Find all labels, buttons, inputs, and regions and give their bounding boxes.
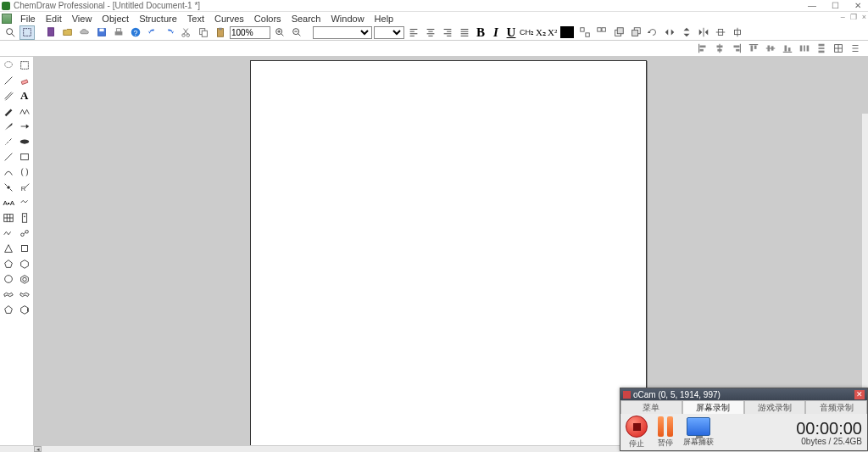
bold-button[interactable]: B <box>474 25 487 40</box>
orbital-tool[interactable] <box>17 134 33 149</box>
color-swatch[interactable] <box>560 26 574 38</box>
label-tool[interactable]: A•A <box>1 195 17 210</box>
chain-tool[interactable] <box>17 103 33 119</box>
distribute-h-button[interactable] <box>797 42 812 56</box>
bracket-tool[interactable] <box>17 165 33 180</box>
formula-tool[interactable] <box>17 195 33 210</box>
pen-tool[interactable] <box>1 103 17 119</box>
bond-tool[interactable] <box>1 73 17 88</box>
ocam-pause-button[interactable]: 暂停 <box>658 416 673 449</box>
ocam-titlebar[interactable]: oCam (0, 5, 1914, 997) ✕ <box>620 388 867 400</box>
save-button[interactable] <box>94 25 109 40</box>
menu-curves[interactable]: Curves <box>209 13 249 25</box>
maximize-button[interactable]: ☐ <box>832 1 839 10</box>
tlc-tool[interactable] <box>17 210 33 226</box>
cyclopentane-tool[interactable] <box>1 256 17 271</box>
list-button[interactable] <box>848 42 863 56</box>
center-h-button[interactable] <box>713 25 728 40</box>
mirror-button[interactable] <box>696 25 711 40</box>
benzene-tool[interactable] <box>17 271 33 287</box>
ocam-capture-button[interactable]: 屏幕捕获 <box>683 417 714 448</box>
cut-button[interactable] <box>179 25 194 40</box>
align-objects-middle-button[interactable] <box>763 42 778 56</box>
paste-button[interactable] <box>213 25 228 40</box>
marquee-tool[interactable] <box>17 58 33 73</box>
help-button[interactable]: ? <box>128 25 143 40</box>
table-tool[interactable] <box>1 210 17 226</box>
distribute-v-button[interactable] <box>814 42 829 56</box>
flip-v-button[interactable] <box>679 25 694 40</box>
ungroup-button[interactable] <box>594 25 609 40</box>
lasso-tool[interactable] <box>1 58 17 73</box>
eraser-tool[interactable] <box>17 73 33 88</box>
select-tool-button[interactable] <box>19 25 35 40</box>
pentagon-tool[interactable] <box>1 302 17 317</box>
bring-front-button[interactable] <box>611 25 626 40</box>
undo-button[interactable] <box>145 25 160 40</box>
rectangle-tool[interactable] <box>17 149 33 165</box>
menu-help[interactable]: Help <box>370 13 399 25</box>
redo-button[interactable] <box>162 25 177 40</box>
subscript-button[interactable]: X₂ <box>536 27 546 38</box>
doc-close-button[interactable]: × <box>862 13 866 21</box>
grid-button[interactable] <box>831 42 846 56</box>
ocam-tab-menu[interactable]: 菜单 <box>620 400 682 414</box>
menu-text[interactable]: Text <box>182 13 209 25</box>
print-button[interactable] <box>111 25 126 40</box>
align-right-button[interactable] <box>440 25 455 40</box>
flip-h-button[interactable] <box>662 25 677 40</box>
minimize-button[interactable]: — <box>808 1 816 10</box>
menu-edit[interactable]: Edit <box>41 13 67 25</box>
zoom-out-button[interactable] <box>289 25 304 40</box>
curve-tool[interactable] <box>1 165 17 180</box>
rotate-button[interactable] <box>645 25 660 40</box>
arrow-tool[interactable] <box>17 119 33 134</box>
chair-tool[interactable] <box>1 287 17 302</box>
menu-search[interactable]: Search <box>287 13 326 25</box>
menu-object[interactable]: Object <box>97 13 134 25</box>
doc-minimize-button[interactable]: – <box>841 13 845 21</box>
menu-structure[interactable]: Structure <box>134 13 182 25</box>
menu-view[interactable]: View <box>67 13 97 25</box>
zoom-combo[interactable] <box>230 26 270 39</box>
doc-restore-button[interactable]: ❐ <box>850 13 857 21</box>
menu-file[interactable]: File <box>15 13 41 25</box>
size-combo[interactable] <box>374 26 404 39</box>
underline-button[interactable]: U <box>504 25 518 40</box>
cloud-button[interactable] <box>77 25 92 40</box>
formula-button[interactable]: CH₂ <box>520 28 534 36</box>
menu-window[interactable]: Window <box>326 13 369 25</box>
atom-tool[interactable] <box>1 180 17 195</box>
center-v-button[interactable] <box>730 25 745 40</box>
line-tool[interactable] <box>1 149 17 165</box>
ring-tool[interactable] <box>1 271 17 287</box>
send-back-button[interactable] <box>628 25 643 40</box>
ocam-tab-audio-record[interactable]: 音频录制 <box>805 400 867 414</box>
cyclohexane-tool[interactable] <box>17 256 33 271</box>
font-combo[interactable] <box>313 26 372 39</box>
document-page[interactable] <box>250 60 647 445</box>
align-left-button[interactable] <box>406 25 421 40</box>
italic-button[interactable]: I <box>489 25 503 40</box>
wedge-tool[interactable] <box>1 119 17 134</box>
triangle-tool[interactable] <box>1 241 17 256</box>
align-center-button[interactable] <box>423 25 438 40</box>
ocam-stop-button[interactable]: 停止 <box>626 416 648 449</box>
template-tool[interactable] <box>17 226 33 241</box>
close-button[interactable]: ✕ <box>854 1 861 10</box>
group-button[interactable] <box>577 25 593 40</box>
text-tool[interactable]: A <box>17 88 33 103</box>
superscript-button[interactable]: X² <box>548 27 557 37</box>
ocam-close-button[interactable]: ✕ <box>854 390 865 399</box>
document-icon[interactable] <box>2 14 12 24</box>
cyclo-ring-tool[interactable] <box>17 302 33 317</box>
align-justify-button[interactable] <box>457 25 472 40</box>
square-tool[interactable] <box>17 241 33 256</box>
align-objects-center-button[interactable] <box>712 42 727 56</box>
align-objects-right-button[interactable] <box>729 42 744 56</box>
hash-tool[interactable] <box>1 134 17 149</box>
menu-colors[interactable]: Colors <box>249 13 287 25</box>
open-button[interactable] <box>60 25 75 40</box>
align-objects-left-button[interactable] <box>695 42 710 56</box>
ocam-tab-screen-record[interactable]: 屏幕录制 <box>682 400 744 414</box>
